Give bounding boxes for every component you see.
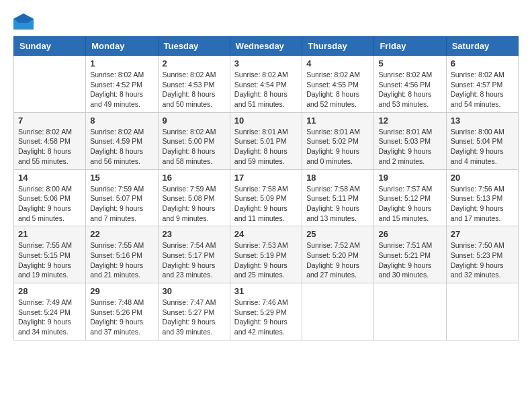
day-number: 28 bbox=[18, 286, 81, 296]
day-info: Sunrise: 7:58 AM Sunset: 5:09 PM Dayligh… bbox=[234, 184, 298, 224]
calendar-cell: 13Sunrise: 8:00 AM Sunset: 5:04 PM Dayli… bbox=[446, 112, 518, 169]
calendar-cell: 5Sunrise: 8:02 AM Sunset: 4:56 PM Daylig… bbox=[374, 56, 446, 113]
calendar-week-row: 21Sunrise: 7:55 AM Sunset: 5:15 PM Dayli… bbox=[14, 226, 519, 283]
calendar-header-row: SundayMondayTuesdayWednesdayThursdayFrid… bbox=[14, 37, 519, 56]
day-number: 6 bbox=[451, 58, 514, 68]
calendar-cell bbox=[374, 283, 446, 340]
calendar-cell: 15Sunrise: 7:59 AM Sunset: 5:07 PM Dayli… bbox=[86, 169, 158, 226]
day-info: Sunrise: 7:57 AM Sunset: 5:12 PM Dayligh… bbox=[378, 184, 441, 224]
calendar-cell: 24Sunrise: 7:53 AM Sunset: 5:19 PM Dayli… bbox=[230, 226, 302, 283]
calendar-cell: 12Sunrise: 8:01 AM Sunset: 5:03 PM Dayli… bbox=[374, 112, 446, 169]
calendar-cell: 3Sunrise: 8:02 AM Sunset: 4:54 PM Daylig… bbox=[230, 56, 302, 113]
day-header-saturday: Saturday bbox=[446, 37, 518, 56]
calendar-week-row: 28Sunrise: 7:49 AM Sunset: 5:24 PM Dayli… bbox=[14, 283, 519, 340]
day-number: 20 bbox=[451, 173, 514, 183]
day-info: Sunrise: 8:02 AM Sunset: 4:58 PM Dayligh… bbox=[18, 127, 81, 167]
day-number: 16 bbox=[163, 173, 226, 183]
day-number: 31 bbox=[234, 286, 298, 296]
day-info: Sunrise: 7:51 AM Sunset: 5:21 PM Dayligh… bbox=[378, 240, 441, 280]
calendar-cell bbox=[446, 283, 518, 340]
day-info: Sunrise: 8:01 AM Sunset: 5:03 PM Dayligh… bbox=[378, 127, 441, 167]
day-number: 1 bbox=[90, 58, 153, 68]
calendar-cell: 18Sunrise: 7:58 AM Sunset: 5:11 PM Dayli… bbox=[302, 169, 374, 226]
calendar-cell: 17Sunrise: 7:58 AM Sunset: 5:09 PM Dayli… bbox=[230, 169, 302, 226]
day-number: 12 bbox=[378, 116, 441, 126]
calendar-cell: 28Sunrise: 7:49 AM Sunset: 5:24 PM Dayli… bbox=[14, 283, 86, 340]
day-header-monday: Monday bbox=[86, 37, 158, 56]
day-info: Sunrise: 7:55 AM Sunset: 5:16 PM Dayligh… bbox=[90, 240, 153, 280]
logo-icon bbox=[13, 13, 34, 30]
calendar-cell: 6Sunrise: 8:02 AM Sunset: 4:57 PM Daylig… bbox=[446, 56, 518, 113]
day-number: 18 bbox=[306, 173, 369, 183]
day-header-wednesday: Wednesday bbox=[230, 37, 302, 56]
day-header-thursday: Thursday bbox=[302, 37, 374, 56]
calendar-cell: 21Sunrise: 7:55 AM Sunset: 5:15 PM Dayli… bbox=[14, 226, 86, 283]
day-info: Sunrise: 7:59 AM Sunset: 5:07 PM Dayligh… bbox=[90, 184, 153, 224]
day-number: 11 bbox=[306, 116, 369, 126]
day-info: Sunrise: 7:54 AM Sunset: 5:17 PM Dayligh… bbox=[163, 240, 226, 280]
day-number: 22 bbox=[90, 229, 153, 239]
day-number: 10 bbox=[234, 116, 298, 126]
day-number: 5 bbox=[378, 58, 441, 68]
day-number: 24 bbox=[234, 229, 298, 239]
day-info: Sunrise: 8:02 AM Sunset: 4:57 PM Dayligh… bbox=[451, 70, 514, 109]
calendar-cell: 4Sunrise: 8:02 AM Sunset: 4:55 PM Daylig… bbox=[302, 56, 374, 113]
calendar-cell bbox=[14, 56, 86, 113]
day-info: Sunrise: 8:02 AM Sunset: 4:55 PM Dayligh… bbox=[306, 70, 369, 109]
day-number: 13 bbox=[451, 116, 514, 126]
day-number: 26 bbox=[378, 229, 441, 239]
day-info: Sunrise: 8:00 AM Sunset: 5:06 PM Dayligh… bbox=[18, 184, 81, 224]
calendar-cell: 2Sunrise: 8:02 AM Sunset: 4:53 PM Daylig… bbox=[158, 56, 230, 113]
day-info: Sunrise: 8:00 AM Sunset: 5:04 PM Dayligh… bbox=[451, 127, 514, 167]
day-number: 25 bbox=[306, 229, 369, 239]
day-number: 9 bbox=[163, 116, 226, 126]
calendar-week-row: 7Sunrise: 8:02 AM Sunset: 4:58 PM Daylig… bbox=[14, 112, 519, 169]
calendar-cell: 23Sunrise: 7:54 AM Sunset: 5:17 PM Dayli… bbox=[158, 226, 230, 283]
calendar-cell: 7Sunrise: 8:02 AM Sunset: 4:58 PM Daylig… bbox=[14, 112, 86, 169]
day-number: 29 bbox=[90, 286, 153, 296]
day-info: Sunrise: 7:59 AM Sunset: 5:08 PM Dayligh… bbox=[163, 184, 226, 224]
day-info: Sunrise: 8:02 AM Sunset: 4:53 PM Dayligh… bbox=[163, 70, 226, 109]
day-info: Sunrise: 8:01 AM Sunset: 5:01 PM Dayligh… bbox=[234, 127, 298, 167]
calendar-cell: 29Sunrise: 7:48 AM Sunset: 5:26 PM Dayli… bbox=[86, 283, 158, 340]
day-number: 8 bbox=[90, 116, 153, 126]
day-number: 2 bbox=[163, 58, 226, 68]
calendar-cell: 30Sunrise: 7:47 AM Sunset: 5:27 PM Dayli… bbox=[158, 283, 230, 340]
day-info: Sunrise: 7:56 AM Sunset: 5:13 PM Dayligh… bbox=[451, 184, 514, 224]
day-info: Sunrise: 7:47 AM Sunset: 5:27 PM Dayligh… bbox=[163, 298, 226, 337]
calendar-cell: 22Sunrise: 7:55 AM Sunset: 5:16 PM Dayli… bbox=[86, 226, 158, 283]
day-info: Sunrise: 7:48 AM Sunset: 5:26 PM Dayligh… bbox=[90, 298, 153, 337]
day-info: Sunrise: 7:50 AM Sunset: 5:23 PM Dayligh… bbox=[451, 240, 514, 280]
day-number: 3 bbox=[234, 58, 298, 68]
calendar-table: SundayMondayTuesdayWednesdayThursdayFrid… bbox=[13, 36, 519, 340]
day-info: Sunrise: 8:02 AM Sunset: 4:56 PM Dayligh… bbox=[378, 70, 441, 109]
calendar-cell: 10Sunrise: 8:01 AM Sunset: 5:01 PM Dayli… bbox=[230, 112, 302, 169]
day-info: Sunrise: 7:46 AM Sunset: 5:29 PM Dayligh… bbox=[234, 298, 298, 337]
calendar-cell: 20Sunrise: 7:56 AM Sunset: 5:13 PM Dayli… bbox=[446, 169, 518, 226]
calendar-cell: 11Sunrise: 8:01 AM Sunset: 5:02 PM Dayli… bbox=[302, 112, 374, 169]
calendar-cell bbox=[302, 283, 374, 340]
calendar-cell: 25Sunrise: 7:52 AM Sunset: 5:20 PM Dayli… bbox=[302, 226, 374, 283]
day-info: Sunrise: 7:53 AM Sunset: 5:19 PM Dayligh… bbox=[234, 240, 298, 280]
day-info: Sunrise: 7:55 AM Sunset: 5:15 PM Dayligh… bbox=[18, 240, 81, 280]
day-number: 21 bbox=[18, 229, 81, 239]
day-number: 4 bbox=[306, 58, 369, 68]
day-info: Sunrise: 8:02 AM Sunset: 5:00 PM Dayligh… bbox=[163, 127, 226, 167]
calendar-week-row: 1Sunrise: 8:02 AM Sunset: 4:52 PM Daylig… bbox=[14, 56, 519, 113]
day-info: Sunrise: 8:01 AM Sunset: 5:02 PM Dayligh… bbox=[306, 127, 369, 167]
day-header-sunday: Sunday bbox=[14, 37, 86, 56]
day-number: 7 bbox=[18, 116, 81, 126]
calendar-cell: 27Sunrise: 7:50 AM Sunset: 5:23 PM Dayli… bbox=[446, 226, 518, 283]
day-info: Sunrise: 8:02 AM Sunset: 4:54 PM Dayligh… bbox=[234, 70, 298, 109]
day-info: Sunrise: 8:02 AM Sunset: 4:52 PM Dayligh… bbox=[90, 70, 153, 109]
calendar-cell: 26Sunrise: 7:51 AM Sunset: 5:21 PM Dayli… bbox=[374, 226, 446, 283]
day-number: 17 bbox=[234, 173, 298, 183]
calendar-cell: 19Sunrise: 7:57 AM Sunset: 5:12 PM Dayli… bbox=[374, 169, 446, 226]
day-info: Sunrise: 7:58 AM Sunset: 5:11 PM Dayligh… bbox=[306, 184, 369, 224]
day-header-friday: Friday bbox=[374, 37, 446, 56]
logo bbox=[13, 13, 36, 30]
calendar-cell: 16Sunrise: 7:59 AM Sunset: 5:08 PM Dayli… bbox=[158, 169, 230, 226]
day-info: Sunrise: 7:52 AM Sunset: 5:20 PM Dayligh… bbox=[306, 240, 369, 280]
calendar-cell: 8Sunrise: 8:02 AM Sunset: 4:59 PM Daylig… bbox=[86, 112, 158, 169]
day-info: Sunrise: 8:02 AM Sunset: 4:59 PM Dayligh… bbox=[90, 127, 153, 167]
